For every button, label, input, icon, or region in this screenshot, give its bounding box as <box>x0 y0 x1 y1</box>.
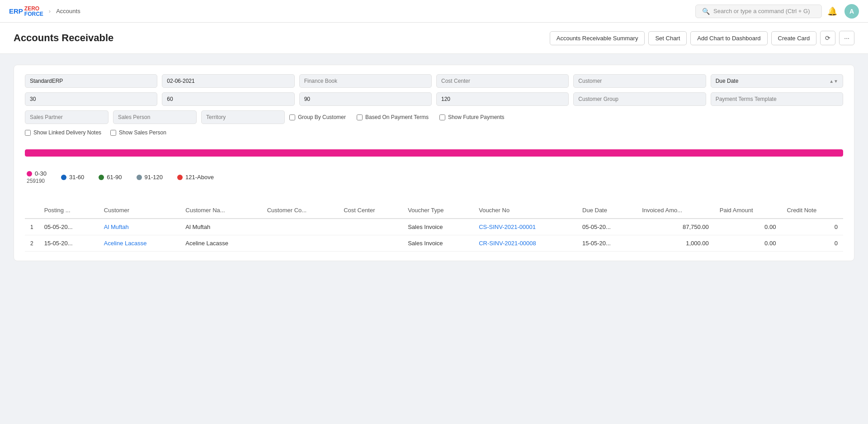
legend-item-91-120: 91-120 <box>137 174 163 181</box>
table-row[interactable]: 2 15-05-20... Aceline Lacasse Aceline La… <box>25 235 843 252</box>
col-customer-code[interactable]: Customer Co... <box>262 202 338 219</box>
cell-voucher-no[interactable]: CR-SINV-2021-00008 <box>473 235 577 252</box>
show-sales-person-label[interactable]: Show Sales Person <box>110 129 166 136</box>
show-linked-delivery-notes-checkbox[interactable] <box>25 130 31 136</box>
legend-dot-61-90 <box>99 175 104 180</box>
col-voucher-no[interactable]: Voucher No <box>473 202 577 219</box>
col-voucher-type[interactable]: Voucher Type <box>402 202 473 219</box>
create-card-button[interactable]: Create Card <box>771 31 817 45</box>
table-header-row: Posting ... Customer Customer Na... Cust… <box>25 202 843 219</box>
legend-dot-121-above <box>177 175 183 180</box>
cell-voucher-type: Sales Invoice <box>402 219 473 235</box>
sales-person-input[interactable] <box>113 110 197 124</box>
avatar[interactable]: A <box>844 4 859 19</box>
finance-book-input[interactable] <box>299 74 432 88</box>
payment-terms-template-input[interactable] <box>711 92 843 106</box>
show-linked-delivery-notes-label[interactable]: Show Linked Delivery Notes <box>25 129 101 136</box>
col-num <box>25 202 39 219</box>
based-on-payment-terms-checkbox-label[interactable]: Based On Payment Terms <box>357 114 429 120</box>
top-navigation: ERP ZERO FORCE › Accounts 🔍 Search or ty… <box>0 0 868 23</box>
based-on-payment-terms-label: Based On Payment Terms <box>365 114 429 120</box>
logo-erp-text: ERP <box>9 7 23 15</box>
col-cost-center[interactable]: Cost Center <box>338 202 402 219</box>
cell-paid-amount: 0.00 <box>714 235 782 252</box>
legend-dot-91-120 <box>137 175 142 180</box>
col-due-date[interactable]: Due Date <box>577 202 637 219</box>
show-future-payments-checkbox-label[interactable]: Show Future Payments <box>439 114 505 120</box>
search-icon: 🔍 <box>702 8 710 15</box>
accounts-receivable-table: Posting ... Customer Customer Na... Cust… <box>25 202 843 252</box>
cell-invoiced-amount: 1,000.00 <box>637 235 714 252</box>
customer-group-input[interactable] <box>573 92 706 106</box>
page-header: Accounts Receivable Accounts Receivable … <box>0 23 868 54</box>
based-on-payment-terms-checkbox[interactable] <box>357 114 363 120</box>
ageing-61-90-input[interactable] <box>299 92 432 106</box>
header-actions: Accounts Receivable Summary Set Chart Ad… <box>550 31 854 45</box>
show-sales-person-checkbox[interactable] <box>110 130 116 136</box>
cell-cost-center <box>338 219 402 235</box>
cell-cost-center <box>338 235 402 252</box>
cell-customer[interactable]: Al Muftah <box>99 219 180 235</box>
data-table-wrapper: Posting ... Customer Customer Na... Cust… <box>25 193 843 252</box>
cell-voucher-no[interactable]: CS-SINV-2021-00001 <box>473 219 577 235</box>
more-options-button[interactable]: ··· <box>839 31 854 45</box>
legend-dot-0-30 <box>27 171 32 176</box>
show-future-payments-checkbox[interactable] <box>439 114 445 120</box>
legend-item-0-30: 0-30 259190 <box>27 170 47 184</box>
dropdown-chevron-icon: ▲▼ <box>829 79 838 84</box>
add-chart-to-dashboard-button[interactable]: Add Chart to Dashboard <box>690 31 767 45</box>
app-logo[interactable]: ERP ZERO FORCE <box>9 6 43 17</box>
main-content: Due Date ▲▼ Group By Customer <box>0 54 868 272</box>
cell-customer-code <box>262 235 338 252</box>
territory-input[interactable] <box>201 110 285 124</box>
filter-row-4: Show Linked Delivery Notes Show Sales Pe… <box>25 129 843 136</box>
cell-credit-note: 0 <box>781 235 843 252</box>
col-invoiced-amount[interactable]: Invoiced Amo... <box>637 202 714 219</box>
filter-row-3: Group By Customer Based On Payment Terms… <box>25 110 843 124</box>
group-by-customer-checkbox-label[interactable]: Group By Customer <box>289 114 346 120</box>
chart-bar-container <box>25 149 843 157</box>
ageing-31-60-input[interactable] <box>162 92 294 106</box>
from-date-input[interactable] <box>162 74 294 88</box>
col-credit-note[interactable]: Credit Note <box>781 202 843 219</box>
ageing-0-30-input[interactable] <box>25 92 157 106</box>
breadcrumb-separator: › <box>49 8 51 14</box>
legend-value-0-30: 259190 <box>27 178 47 184</box>
chart-bar-fill <box>25 149 843 157</box>
legend-item-31-60: 31-60 <box>61 174 84 181</box>
col-customer-name[interactable]: Customer Na... <box>180 202 261 219</box>
filter-row-2 <box>25 92 843 106</box>
company-input[interactable] <box>25 74 157 88</box>
legend-dot-31-60 <box>61 175 66 180</box>
cost-center-input[interactable] <box>436 74 569 88</box>
col-paid-amount[interactable]: Paid Amount <box>714 202 782 219</box>
group-by-customer-checkbox[interactable] <box>289 114 295 120</box>
sales-partner-input[interactable] <box>25 110 108 124</box>
cell-paid-amount: 0.00 <box>714 219 782 235</box>
ageing-91-120-input[interactable] <box>436 92 569 106</box>
ageing-based-on-select[interactable]: Due Date ▲▼ <box>711 74 843 88</box>
cell-due-date: 05-05-20... <box>577 219 637 235</box>
show-future-payments-label: Show Future Payments <box>448 114 505 120</box>
legend-label-91-120: 91-120 <box>145 174 163 181</box>
set-chart-button[interactable]: Set Chart <box>648 31 687 45</box>
cell-customer-name: Al Muftah <box>180 219 261 235</box>
cell-customer[interactable]: Aceline Lacasse <box>99 235 180 252</box>
refresh-button[interactable]: ⟳ <box>820 31 835 45</box>
nav-right-actions: 🔔 A <box>827 4 859 19</box>
table-row[interactable]: 1 05-05-20... Al Muftah Al Muftah Sales … <box>25 219 843 235</box>
row-number: 1 <box>25 219 39 235</box>
search-bar[interactable]: 🔍 Search or type a command (Ctrl + G) <box>695 5 822 18</box>
accounts-receivable-summary-button[interactable]: Accounts Receivable Summary <box>550 31 645 45</box>
breadcrumb-accounts[interactable]: Accounts <box>56 8 80 14</box>
cell-due-date: 15-05-20... <box>577 235 637 252</box>
col-customer[interactable]: Customer <box>99 202 180 219</box>
cell-invoiced-amount: 87,750.00 <box>637 219 714 235</box>
customer-input[interactable] <box>573 74 706 88</box>
notification-bell-icon[interactable]: 🔔 <box>827 6 837 16</box>
cell-voucher-type: Sales Invoice <box>402 235 473 252</box>
col-posting-date[interactable]: Posting ... <box>39 202 99 219</box>
filter-panel: Due Date ▲▼ Group By Customer <box>14 65 854 261</box>
cell-customer-name: Aceline Lacasse <box>180 235 261 252</box>
page-title: Accounts Receivable <box>14 32 113 44</box>
